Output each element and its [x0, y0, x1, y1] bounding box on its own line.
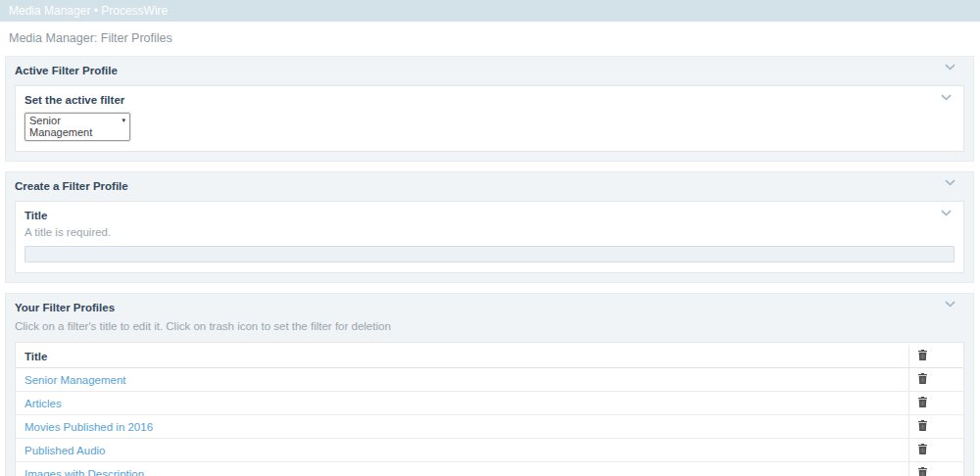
chevron-down-icon[interactable] [945, 64, 956, 71]
topbar-title: Media Manager • ProcessWire [9, 4, 168, 18]
panel-create-filter-header[interactable]: Create a Filter Profile [6, 172, 973, 199]
chevron-down-icon[interactable] [945, 179, 956, 186]
active-filter-select-value: Senior Management [29, 115, 92, 138]
panel-active-filter-title: Active Filter Profile [15, 65, 118, 76]
table-row: Movies Published in 2016 [16, 415, 963, 439]
panel-create-filter: Create a Filter Profile Title A title is… [5, 171, 974, 283]
create-filter-title-label: Title [24, 210, 955, 221]
profiles-table: Title Senior Management Arti [16, 345, 963, 476]
profiles-table-body: Senior Management Articles Movies Publis… [16, 368, 963, 476]
panel-active-filter-header[interactable]: Active Filter Profile [6, 57, 973, 83]
chevron-down-icon[interactable] [941, 94, 952, 101]
profile-link[interactable]: Images with Description [24, 468, 144, 476]
main-content: Active Filter Profile Set the active fil… [0, 56, 980, 476]
page-title: Media Manager: Filter Profiles [0, 22, 980, 56]
trash-icon[interactable] [918, 373, 927, 384]
profiles-table-container: Title Senior Management Arti [15, 342, 964, 476]
topbar: Media Manager • ProcessWire [0, 0, 980, 22]
profile-link[interactable]: Articles [24, 398, 62, 409]
title-column-header: Title [16, 345, 908, 368]
table-row: Published Audio [16, 439, 963, 462]
profile-link[interactable]: Published Audio [24, 445, 105, 456]
profiles-description: Click on a filter's title to edit it. Cl… [6, 320, 973, 340]
trash-icon[interactable] [918, 350, 927, 360]
profile-link[interactable]: Movies Published in 2016 [24, 421, 153, 433]
panel-your-filter-profiles-title: Your Filter Profiles [15, 302, 115, 313]
title-required-note: A title is required. [24, 226, 955, 238]
panel-active-filter: Active Filter Profile Set the active fil… [5, 56, 974, 162]
active-filter-select[interactable]: Senior Management ▾ [24, 113, 130, 141]
chevron-down-icon[interactable] [945, 301, 956, 308]
title-input[interactable] [24, 246, 955, 262]
panel-create-filter-title: Create a Filter Profile [15, 180, 128, 192]
active-filter-field: Set the active filter Senior Management … [15, 85, 964, 152]
create-filter-title-field: Title A title is required. [15, 201, 964, 273]
active-filter-label: Set the active filter [24, 94, 955, 106]
table-row: Images with Description [16, 462, 963, 476]
profile-link[interactable]: Senior Management [24, 374, 126, 386]
trash-icon[interactable] [918, 397, 927, 407]
trash-icon[interactable] [918, 420, 927, 431]
panel-your-filter-profiles: Your Filter Profiles Click on a filter's… [5, 293, 974, 476]
trash-icon[interactable] [918, 467, 927, 476]
panel-your-filter-profiles-header[interactable]: Your Filter Profiles [6, 294, 973, 320]
table-row: Articles [16, 392, 963, 415]
trash-icon[interactable] [918, 444, 927, 454]
table-header-row: Title [16, 345, 963, 368]
select-arrow-icon: ▾ [122, 117, 125, 124]
chevron-down-icon[interactable] [941, 210, 952, 216]
table-row: Senior Management [16, 368, 963, 392]
trash-column-header [908, 345, 963, 368]
